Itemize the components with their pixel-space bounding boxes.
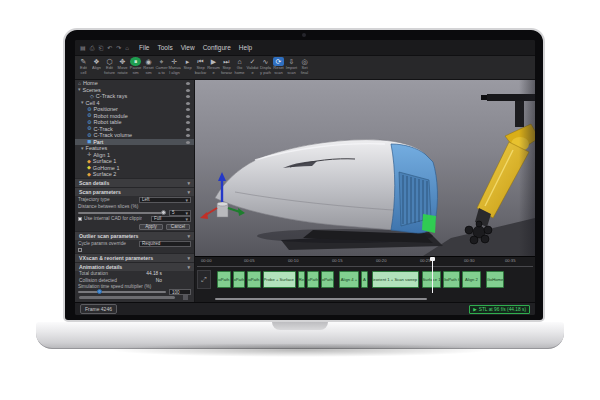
main-menu: FileToolsViewConfigureHelp: [139, 44, 252, 51]
time-tick-label: 00:25: [420, 259, 430, 264]
toolbar-button[interactable]: ✛ Manual align: [168, 57, 181, 75]
operation-block[interactable]: GoHome: [486, 271, 504, 288]
scrollbar-corner: [183, 295, 188, 300]
toolbar-button[interactable]: ⏮ Step backward: [194, 57, 207, 75]
viewport-scene: [195, 80, 535, 256]
truck-hood-model[interactable]: [215, 140, 437, 243]
toolbar-button[interactable]: ✓ Validate: [246, 57, 259, 75]
visibility-eye-icon[interactable]: [186, 121, 190, 124]
playhead[interactable]: [432, 259, 433, 293]
tree-item-icon: ▾: [78, 87, 81, 92]
toolbar-button[interactable]: ⌖ Camera to part: [155, 57, 168, 75]
outlier-checkbox[interactable]: [78, 248, 82, 252]
section-vxscan-parameters[interactable]: VXscan & reorient parameters ▾: [75, 253, 194, 262]
toolbar-button-label: Align: [92, 66, 101, 75]
toolbar-button-label: Step forward: [220, 66, 233, 75]
cycle-override-field[interactable]: Required: [139, 241, 191, 247]
operation-block[interactable]: Reorient 1 + Scan sweep 1: [372, 271, 419, 288]
cad-clipping-checkbox[interactable]: [78, 217, 82, 221]
tree-item-icon: ⚙: [87, 120, 91, 125]
toolbar-button-icon: ✎: [78, 57, 89, 66]
slider-handle[interactable]: [97, 289, 102, 294]
time-tick-label: 00:20: [376, 259, 386, 264]
toolbar-button[interactable]: ✥ Move rotate: [116, 57, 129, 75]
operation-block[interactable]: GoPath 5: [321, 271, 334, 288]
toolbar-button[interactable]: ▶ Resume: [207, 57, 220, 75]
speed-multiplier-slider[interactable]: [78, 291, 166, 293]
toolbar-button-icon: ▶: [208, 57, 219, 66]
toolbar-button[interactable]: ◎ Set final scan: [298, 57, 311, 75]
tree-item-icon: ◆: [87, 159, 91, 164]
toolbar-button[interactable]: ⟳ Reset scan: [272, 57, 285, 75]
operation-block[interactable]: Align 2: [462, 271, 481, 288]
tree-item-icon: ◇: [90, 94, 94, 99]
operation-block[interactable]: GoProbe + Surface 1 +: [263, 271, 296, 288]
toolbar-button-label: Go home: [233, 66, 246, 75]
visibility-eye-icon[interactable]: [186, 134, 190, 137]
slices-slider[interactable]: [78, 212, 166, 214]
operation-block[interactable]: Re: [298, 271, 305, 288]
toolbar-button[interactable]: ∿ Display path: [259, 57, 272, 75]
panel-horizontal-scrollbar[interactable]: [79, 296, 175, 299]
menubar: ▤⎙⎗↶↷⌂ FileToolsViewConfigureHelp: [75, 40, 535, 56]
quick-access-icon[interactable]: ▤: [80, 45, 86, 51]
toolbar-button[interactable]: ❖ Align: [90, 57, 103, 75]
operation-block[interactable]: GoPath 6: [443, 271, 460, 288]
menu-item[interactable]: View: [181, 44, 195, 51]
section-outlier-parameters[interactable]: Outlier scan parameters ▾: [75, 231, 194, 240]
visibility-eye-icon[interactable]: [186, 128, 190, 131]
menu-item[interactable]: File: [139, 44, 149, 51]
menu-item[interactable]: Tools: [157, 44, 172, 51]
trajectory-dropdown[interactable]: Left ▾: [139, 197, 191, 203]
quick-access-icon[interactable]: ⎗: [98, 45, 103, 51]
time-tick-label: 00:30: [464, 259, 474, 264]
toolbar-button[interactable]: ⇩ Import scan: [285, 57, 298, 75]
app-window: ▤⎙⎗↶↷⌂ FileToolsViewConfigureHelp ✎ Edit…: [75, 40, 535, 315]
visibility-eye-icon[interactable]: [186, 115, 190, 118]
apply-cancel-row: Apply Cancel: [75, 223, 194, 231]
tree-item[interactable]: ◆ Surface 2: [75, 171, 194, 178]
operation-block[interactable]: GoPath 4: [307, 271, 319, 288]
timeline-ruler[interactable]: 00:0000:0500:1000:1500:2000:2500:3000:35: [197, 257, 533, 267]
quick-access-icon[interactable]: ⌂: [125, 45, 129, 51]
toolbar-button-icon: ⌂: [234, 57, 245, 66]
toolbar-button[interactable]: ⏸ Pause sim: [129, 57, 142, 75]
timeline-fit-button[interactable]: ⤢: [197, 270, 211, 289]
visibility-eye-icon[interactable]: [186, 89, 190, 92]
toolbar-button[interactable]: ▸ Step: [181, 57, 194, 75]
toolbar-button[interactable]: ◉ Reset sim: [142, 57, 155, 75]
tree-item-icon: ⌂: [78, 81, 81, 86]
quick-access-icon[interactable]: ↷: [116, 45, 121, 51]
cad-clipping-dropdown[interactable]: Full ▾: [151, 216, 191, 222]
operation-block[interactable]: GoPath 3: [247, 271, 261, 288]
cycle-override-row: Cycle params override Required: [75, 240, 194, 248]
operation-block[interactable]: Align 4 +: [339, 271, 359, 288]
cancel-button[interactable]: Cancel: [166, 224, 190, 230]
visibility-eye-icon[interactable]: [186, 102, 190, 105]
toolbar-button[interactable]: ⏭ Step forward: [220, 57, 233, 75]
visibility-eye-icon[interactable]: [186, 95, 190, 98]
quick-access-toolbar: ▤⎙⎗↶↷⌂: [80, 45, 129, 51]
timeline-scrollbar[interactable]: [215, 298, 427, 300]
quick-access-icon[interactable]: ↶: [107, 45, 112, 51]
toolbar-button-label: Reset scan: [272, 66, 285, 75]
chevron-down-icon: ▾: [187, 233, 190, 239]
menu-item[interactable]: Help: [239, 44, 252, 51]
section-animation-details[interactable]: Animation details ▾: [75, 262, 194, 271]
toolbar-button[interactable]: ⬡ Edit fixture: [103, 57, 116, 75]
toolbar-button[interactable]: ✎ Edit cell: [77, 57, 90, 75]
section-scan-parameters[interactable]: Scan parameters ▾: [75, 187, 194, 196]
apply-button[interactable]: Apply: [139, 224, 163, 230]
operation-block[interactable]: GoPath 2: [233, 271, 245, 288]
menu-item[interactable]: Configure: [203, 44, 231, 51]
operation-block[interactable]: GoPath 1: [217, 271, 231, 288]
visibility-eye-icon[interactable]: [186, 82, 190, 85]
viewport-3d[interactable]: [195, 80, 535, 256]
operation-block[interactable]: A: [361, 271, 368, 288]
quick-access-icon[interactable]: ⎙: [90, 45, 95, 51]
toolbar-button[interactable]: ⌂ Go home: [233, 57, 246, 75]
visibility-eye-icon[interactable]: [186, 141, 190, 144]
section-scan-details[interactable]: Scan details ▾: [75, 178, 194, 187]
tree-item-label: Surface 2: [93, 171, 117, 178]
visibility-eye-icon[interactable]: [186, 108, 190, 111]
